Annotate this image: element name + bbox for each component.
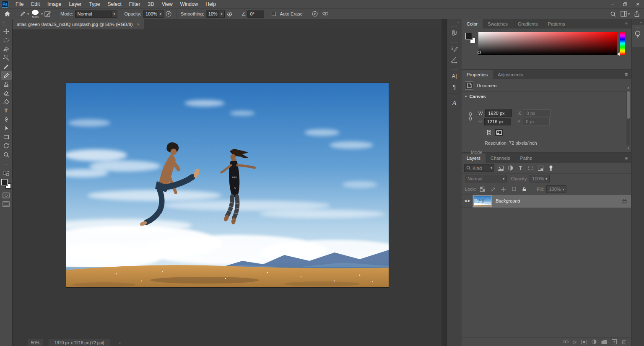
menu-window[interactable]: Window bbox=[177, 0, 202, 8]
paragraph-panel-icon[interactable]: ¶ bbox=[448, 81, 461, 92]
menu-3d[interactable]: 3D bbox=[144, 0, 158, 8]
paint-bucket-tool[interactable] bbox=[1, 97, 12, 106]
foreground-color-swatch[interactable] bbox=[1, 179, 8, 185]
layer-opacity-input[interactable]: 100% ▾ bbox=[530, 175, 550, 182]
elliptical-marquee-tool[interactable] bbox=[1, 36, 12, 44]
pressure-size-icon[interactable] bbox=[310, 9, 320, 18]
rotate-view-tool[interactable] bbox=[1, 141, 12, 150]
eraser-tool[interactable] bbox=[1, 88, 12, 97]
foreground-color-swatch-panel[interactable] bbox=[465, 33, 472, 39]
document-image[interactable] bbox=[66, 83, 389, 287]
mode-select[interactable]: Normal bbox=[75, 10, 112, 18]
type-tool[interactable]: T bbox=[1, 106, 12, 115]
link-dimensions-icon[interactable] bbox=[468, 112, 473, 121]
width-input[interactable]: 1920 px bbox=[485, 109, 512, 117]
x-input[interactable]: 0 px bbox=[524, 109, 551, 117]
screen-mode-icon[interactable] bbox=[1, 200, 12, 208]
brush-settings-panel-icon[interactable] bbox=[448, 44, 461, 55]
swap-colors-icon[interactable] bbox=[1, 169, 12, 177]
restore-icon[interactable] bbox=[619, 0, 631, 8]
lock-pixels-icon[interactable] bbox=[489, 186, 497, 193]
tool-preset-picker[interactable]: ▾ bbox=[18, 9, 31, 18]
y-input[interactable]: 0 px bbox=[523, 118, 550, 125]
color-panel-menu-icon[interactable]: ≡ bbox=[625, 21, 631, 27]
filter-smart-objects-icon[interactable] bbox=[537, 164, 545, 172]
polygonal-lasso-tool[interactable] bbox=[1, 44, 12, 53]
quick-mask-icon[interactable] bbox=[1, 191, 12, 200]
layer-filter-toggle[interactable] bbox=[547, 164, 555, 172]
character-panel-icon[interactable]: A| bbox=[448, 70, 461, 81]
edit-toolbar-icon[interactable]: … bbox=[1, 159, 12, 168]
move-tool[interactable] bbox=[1, 27, 12, 36]
brushes-panel-icon[interactable] bbox=[448, 55, 461, 65]
pen-tool[interactable] bbox=[1, 115, 12, 124]
mode-select-chevron[interactable]: ▾ bbox=[112, 10, 117, 18]
filter-adjustment-layers-icon[interactable] bbox=[506, 164, 514, 172]
smoothing-gear-icon[interactable] bbox=[225, 9, 234, 18]
auto-erase-checkbox[interactable] bbox=[272, 12, 276, 16]
strip-collapse-icon[interactable]: « bbox=[458, 19, 462, 25]
menu-view[interactable]: View bbox=[158, 0, 177, 8]
tab-patterns[interactable]: Patterns bbox=[543, 19, 570, 29]
menu-select[interactable]: Select bbox=[104, 0, 125, 8]
filter-type-layers-icon[interactable]: T bbox=[517, 164, 525, 172]
new-adjustment-layer-icon[interactable] bbox=[592, 339, 597, 344]
history-panel-icon[interactable] bbox=[448, 28, 461, 39]
menu-type[interactable]: Type bbox=[85, 0, 104, 8]
color-field-cursor[interactable] bbox=[478, 51, 481, 54]
properties-scrollbar-thumb[interactable] bbox=[627, 91, 630, 119]
tab-properties[interactable]: Properties bbox=[462, 70, 493, 79]
home-icon[interactable] bbox=[3, 9, 12, 18]
properties-panel-menu-icon[interactable]: ≡ bbox=[625, 72, 631, 78]
tab-channels[interactable]: Channels bbox=[486, 153, 515, 163]
opacity-input[interactable]: 100% bbox=[143, 10, 158, 18]
zoom-level-field[interactable]: 50% bbox=[28, 339, 43, 346]
lock-artboard-icon[interactable] bbox=[510, 186, 518, 193]
document-tab-close-icon[interactable]: × bbox=[137, 22, 140, 27]
zoom-tool[interactable] bbox=[1, 150, 12, 159]
layer-filter-kind-select[interactable]: Kind ▾ bbox=[464, 164, 494, 172]
rectangle-tool[interactable] bbox=[1, 133, 12, 141]
learn-lightbulb-icon[interactable] bbox=[634, 30, 641, 39]
menu-image[interactable]: Image bbox=[44, 0, 65, 8]
menu-help[interactable]: Help bbox=[202, 0, 220, 8]
hue-slider[interactable] bbox=[620, 32, 625, 55]
hue-slider-arrow[interactable] bbox=[617, 52, 620, 56]
right-strip-collapse-icon[interactable]: « bbox=[640, 19, 644, 25]
tab-layers[interactable]: Layers bbox=[462, 153, 486, 163]
scroll-down-icon[interactable]: ▼ bbox=[627, 147, 630, 150]
document-info[interactable]: 1920 px x 1216 px (72 ppi) bbox=[49, 339, 110, 346]
scroll-up-icon[interactable]: ▲ bbox=[627, 86, 630, 89]
layer-locked-icon[interactable] bbox=[622, 198, 627, 203]
tab-color[interactable]: Color bbox=[462, 19, 483, 29]
layer-visibility-eye-icon[interactable] bbox=[462, 199, 473, 203]
lock-all-icon[interactable] bbox=[520, 186, 528, 193]
minimize-icon[interactable]: – bbox=[606, 0, 619, 8]
new-layer-icon[interactable] bbox=[612, 339, 617, 344]
properties-scrollbar[interactable] bbox=[626, 90, 630, 146]
brush-angle-input[interactable]: 0° bbox=[247, 10, 264, 18]
tab-adjustments[interactable]: Adjustments bbox=[493, 70, 528, 79]
menu-edit[interactable]: Edit bbox=[27, 0, 44, 8]
link-layers-icon[interactable] bbox=[563, 340, 569, 343]
saturation-brightness-field[interactable] bbox=[478, 32, 617, 55]
path-selection-tool[interactable] bbox=[1, 124, 12, 133]
clone-stamp-tool[interactable] bbox=[1, 80, 12, 88]
blend-mode-select[interactable]: Normal ▾ bbox=[465, 175, 507, 182]
eyedropper-tool[interactable] bbox=[1, 62, 12, 71]
add-layer-mask-icon[interactable] bbox=[581, 340, 587, 344]
layer-thumbnail[interactable] bbox=[473, 195, 492, 207]
layer-name[interactable]: Background bbox=[496, 198, 520, 203]
share-icon[interactable] bbox=[634, 11, 640, 17]
workspace-switcher-icon[interactable]: ▾ bbox=[621, 11, 630, 17]
magic-wand-tool[interactable] bbox=[1, 53, 12, 62]
paint-symmetry-icon[interactable] bbox=[320, 9, 331, 18]
lock-position-icon[interactable] bbox=[499, 186, 507, 193]
tab-paths[interactable]: Paths bbox=[515, 153, 537, 163]
pencil-tool[interactable] bbox=[1, 71, 12, 80]
document-tab[interactable]: atlas-green-0wtaJS_nxBQ-unsplash.jpg @ 5… bbox=[13, 19, 144, 29]
smoothing-input[interactable]: 10% bbox=[206, 10, 219, 18]
foreground-background-swatches[interactable] bbox=[1, 179, 11, 189]
brush-settings-panel-toggle[interactable] bbox=[43, 9, 53, 18]
layers-panel-menu-icon[interactable]: ≡ bbox=[625, 155, 631, 161]
